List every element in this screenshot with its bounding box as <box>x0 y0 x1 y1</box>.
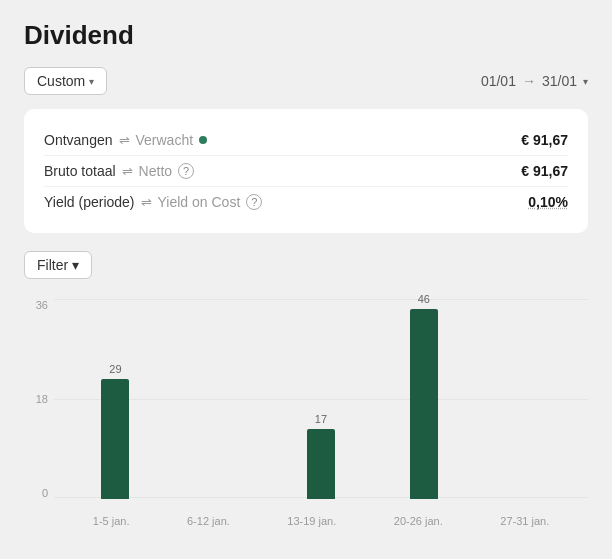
bar-group <box>204 481 232 499</box>
yield-help-icon[interactable]: ? <box>246 194 262 210</box>
netto-label: Netto <box>139 163 172 179</box>
bar <box>410 309 438 499</box>
bar-value-label: 17 <box>315 413 327 425</box>
stat-row-yield: Yield (periode) ⇌ Yield on Cost ? 0,10% <box>44 186 568 217</box>
bruto-label: Bruto totaal <box>44 163 116 179</box>
sep-icon-1: ⇌ <box>119 133 130 148</box>
custom-period-label: Custom <box>37 73 85 89</box>
status-dot <box>199 136 207 144</box>
bar-group <box>513 481 541 499</box>
top-bar: Custom ▾ 01/01 → 31/01 ▾ <box>24 67 588 95</box>
bar-value-label: 29 <box>109 363 121 375</box>
x-axis-label: 13-19 jan. <box>287 515 336 527</box>
yield-label: Yield (periode) <box>44 194 135 210</box>
filter-label: Filter <box>37 257 68 273</box>
filter-button[interactable]: Filter ▾ <box>24 251 92 279</box>
verwacht-label: Verwacht <box>136 132 194 148</box>
ontvangen-value: € 91,67 <box>521 132 568 148</box>
bar <box>101 379 129 499</box>
sep-icon-3: ⇌ <box>141 195 152 210</box>
yield-value: 0,10% <box>528 194 568 210</box>
bruto-help-icon[interactable]: ? <box>178 163 194 179</box>
date-start: 01/01 <box>481 73 516 89</box>
stat-label-yield: Yield (periode) ⇌ Yield on Cost ? <box>44 194 262 210</box>
page-title: Dividend <box>24 20 588 51</box>
chart-area: 36 18 0 291746 1-5 jan.6-12 jan.13-19 ja… <box>24 299 588 539</box>
filter-chevron-icon: ▾ <box>72 257 79 273</box>
x-axis-label: 1-5 jan. <box>93 515 130 527</box>
bar-group: 17 <box>307 413 335 499</box>
bruto-value: € 91,67 <box>521 163 568 179</box>
y-label-0: 0 <box>42 487 48 499</box>
x-axis-label: 27-31 jan. <box>500 515 549 527</box>
stat-label-ontvangen: Ontvangen ⇌ Verwacht <box>44 132 207 148</box>
bar <box>307 429 335 499</box>
custom-period-button[interactable]: Custom ▾ <box>24 67 107 95</box>
date-range-selector[interactable]: 01/01 → 31/01 ▾ <box>481 73 588 89</box>
bar-value-label: 46 <box>418 293 430 305</box>
bar-group: 29 <box>101 363 129 499</box>
custom-chevron-icon: ▾ <box>89 76 94 87</box>
ontvangen-label: Ontvangen <box>44 132 113 148</box>
date-end: 31/01 <box>542 73 577 89</box>
stat-row-bruto: Bruto totaal ⇌ Netto ? € 91,67 <box>44 155 568 186</box>
bar-group: 46 <box>410 293 438 499</box>
x-axis-label: 20-26 jan. <box>394 515 443 527</box>
y-axis: 36 18 0 <box>24 299 54 499</box>
x-axis-label: 6-12 jan. <box>187 515 230 527</box>
yield-on-cost-label: Yield on Cost <box>158 194 241 210</box>
date-arrow-icon: → <box>522 73 536 89</box>
bars-container: 291746 <box>54 299 588 499</box>
x-axis-labels: 1-5 jan.6-12 jan.13-19 jan.20-26 jan.27-… <box>54 503 588 539</box>
stat-label-bruto: Bruto totaal ⇌ Netto ? <box>44 163 194 179</box>
y-label-18: 18 <box>36 393 48 405</box>
date-range-chevron-icon: ▾ <box>583 76 588 87</box>
stat-row-ontvangen: Ontvangen ⇌ Verwacht € 91,67 <box>44 125 568 155</box>
stats-card: Ontvangen ⇌ Verwacht € 91,67 Bruto totaa… <box>24 109 588 233</box>
sep-icon-2: ⇌ <box>122 164 133 179</box>
y-label-36: 36 <box>36 299 48 311</box>
